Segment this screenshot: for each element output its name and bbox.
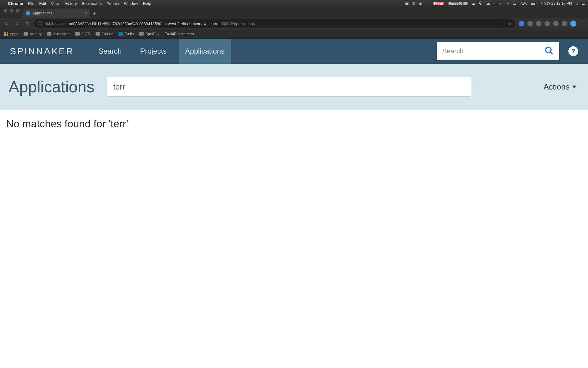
extension-icons: ⋮ [519, 20, 585, 27]
nav-applications[interactable]: Applications [179, 39, 231, 64]
brand-logo[interactable]: SPINNAKER [10, 46, 74, 56]
menu-file[interactable]: File [28, 1, 34, 6]
folder-icon [139, 32, 144, 36]
cloud-icon[interactable]: ☁ [472, 1, 475, 6]
help-button[interactable]: ? [568, 46, 578, 56]
chrome-menu-button[interactable]: ⋮ [579, 20, 585, 27]
extension-icon[interactable] [545, 21, 550, 26]
menu-history[interactable]: History [64, 1, 77, 6]
status-icon[interactable]: ⊙ [412, 1, 415, 6]
page-sub-header: Applications Actions [0, 64, 588, 110]
menu-view[interactable]: View [51, 1, 59, 6]
extension-icon[interactable] [553, 21, 559, 26]
folder-icon [24, 32, 28, 36]
window-traffic-lights [2, 7, 23, 18]
bluetooth-icon[interactable]: ⌁ [507, 1, 509, 6]
address-bar[interactable]: ⓘ Not Secure | ad083e228cd9b11e89cb702cf… [34, 19, 516, 28]
bookmark-spindev[interactable]: SpinDev [139, 32, 159, 36]
zoom-icon[interactable]: ⊕ [501, 21, 505, 26]
reload-button[interactable] [24, 20, 31, 27]
results-area: No matches found for 'terr' [0, 110, 588, 138]
menu-list-icon[interactable]: ☰ [582, 1, 585, 6]
status-icon[interactable]: ▣ [405, 1, 409, 6]
url-path: :9000/#/applications [220, 21, 255, 26]
extension-icon[interactable] [519, 21, 524, 26]
nav-search[interactable]: Search [92, 39, 128, 64]
finish-pill[interactable]: Finish [433, 2, 444, 5]
menu-window[interactable]: Window [124, 1, 138, 6]
applications-filter-input[interactable] [113, 82, 465, 92]
svg-point-0 [546, 47, 551, 53]
extension-icon[interactable] [536, 21, 541, 26]
mac-menus: File Edit View History Bookmarks People … [28, 1, 151, 6]
search-icon[interactable] [545, 46, 554, 56]
status-icon[interactable]: ∞ [494, 1, 496, 6]
close-window-button[interactable] [4, 9, 7, 13]
global-search-input[interactable] [442, 47, 541, 55]
menu-people[interactable]: People [107, 1, 119, 6]
status-icon[interactable]: ⦿ [479, 1, 483, 6]
svg-line-1 [550, 52, 553, 54]
folder-icon [75, 32, 80, 36]
applications-filter[interactable] [107, 77, 471, 97]
menu-help[interactable]: Help [143, 1, 151, 6]
spotlight-icon[interactable]: ⌕ [576, 1, 578, 6]
battery-pct: 71% [520, 1, 527, 6]
extension-icon[interactable] [527, 21, 533, 26]
actions-label: Actions [544, 82, 570, 92]
no-matches-message: No matches found for 'terr' [6, 118, 582, 130]
spinnaker-navbar: SPINNAKER Search Projects Applications ? [0, 39, 588, 64]
mac-menubar: Chrome File Edit View History Bookmarks … [0, 0, 588, 7]
bookmark-label: SpinDev [145, 32, 159, 36]
folder-icon [96, 32, 100, 36]
extension-icon[interactable] [562, 21, 567, 26]
app-viewport: SPINNAKER Search Projects Applications ?… [0, 39, 588, 368]
zoom-window-button[interactable] [16, 9, 20, 13]
forward-button[interactable] [13, 20, 21, 27]
bookmark-spinnaker[interactable]: Spinnaker [47, 32, 70, 36]
battery-icon[interactable]: ▬ [531, 1, 535, 6]
bookmark-trail4runner[interactable]: Trail4Runner.com … [165, 32, 198, 36]
status-icon[interactable]: ☁ [486, 1, 490, 6]
caret-down-icon [572, 86, 576, 88]
back-button[interactable] [3, 20, 10, 27]
bookmarks-bar: Apps Armory Spinnaker GIFS Clouds Trello… [0, 29, 588, 39]
actions-dropdown[interactable]: Actions [544, 82, 579, 92]
global-search[interactable] [437, 42, 559, 60]
apps-icon [4, 32, 8, 36]
bookmark-label: Trail4Runner.com … [165, 32, 198, 36]
minimize-window-button[interactable] [10, 9, 13, 13]
bookmark-apps[interactable]: Apps [4, 32, 18, 36]
menu-bookmarks[interactable]: Bookmarks [82, 1, 102, 6]
status-icon[interactable]: ◉ [419, 1, 422, 6]
folder-icon [47, 32, 51, 36]
bookmark-label: Apps [10, 32, 18, 36]
bookmark-clouds[interactable]: Clouds [96, 32, 113, 36]
separator: | [65, 21, 66, 26]
bookmark-star-icon[interactable]: ☆ [508, 21, 512, 26]
tab-title: Applications [32, 11, 52, 15]
tab-close-button[interactable]: × [85, 11, 87, 16]
active-app-name[interactable]: Chrome [8, 1, 23, 6]
display-icon[interactable]: ▭ [500, 1, 503, 6]
bookmark-armory[interactable]: Armory [24, 32, 42, 36]
new-tab-button[interactable]: + [90, 9, 99, 18]
status-icon[interactable]: ▭ [426, 1, 429, 6]
bookmark-label: Armory [30, 32, 42, 36]
bookmark-gifs[interactable]: GIFS [75, 32, 90, 36]
menu-edit[interactable]: Edit [39, 1, 46, 6]
chrome-toolbar: ⓘ Not Secure | ad083e228cd9b11e89cb702cf… [0, 18, 588, 29]
tab-favicon-icon [26, 11, 30, 15]
pause-pill[interactable]: Pause 00:59 [448, 2, 468, 5]
mac-status-right: ▣ ⊙ ◉ ▭ Finish Pause 00:59 ☁ ⦿ ☁ ∞ ▭ ⌁ ☰… [405, 1, 585, 6]
security-status: Not Secure [44, 21, 63, 26]
profile-avatar[interactable] [570, 21, 576, 27]
nav-projects[interactable]: Projects [134, 39, 173, 64]
browser-tab[interactable]: Applications × [23, 9, 90, 18]
bookmark-trello[interactable]: Trello [119, 32, 134, 36]
info-icon[interactable]: ⓘ [38, 21, 42, 26]
bookmark-label: Trello [125, 32, 134, 36]
wifi-icon[interactable]: ☰ [513, 1, 516, 6]
bookmark-label: Spinnaker [53, 32, 70, 36]
datetime[interactable]: Fri Nov 23 12:17 PM [538, 1, 572, 6]
